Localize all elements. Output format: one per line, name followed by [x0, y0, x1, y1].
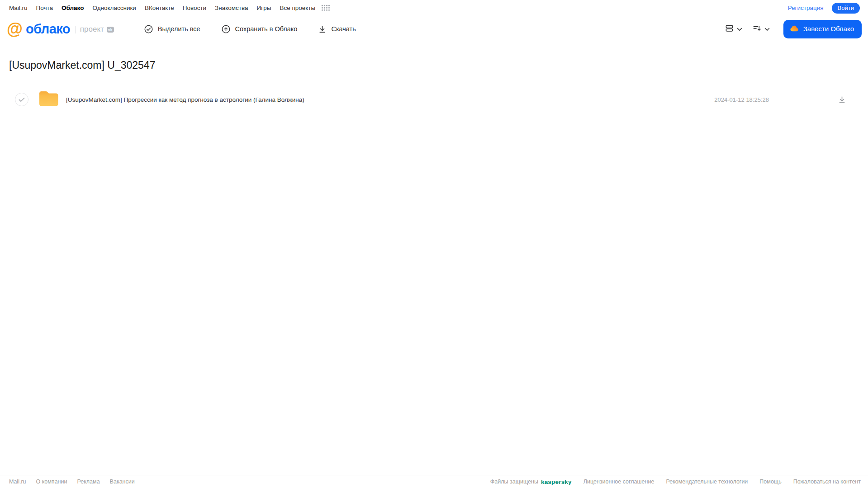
footer-left-links: Mail.ru О компании Реклама Вакансии [9, 479, 135, 485]
shared-folder-content: [UsupovMarket.com] U_302547 [UsupovMarke… [0, 59, 868, 110]
protected-by-label: Файлы защищены [490, 479, 538, 485]
row-download-button[interactable] [838, 95, 846, 104]
portal-nav-links: Mail.ru Почта Облако Одноклассники ВКонт… [9, 5, 330, 11]
row-checkbox[interactable] [15, 93, 28, 106]
cloud-upload-icon [221, 24, 231, 34]
nav-item-znakomstva[interactable]: Знакомства [215, 5, 248, 11]
save-to-cloud-button[interactable]: Сохранить в Облако [221, 24, 298, 34]
page-title: [UsupovMarket.com] U_302547 [9, 59, 859, 71]
logo-divider [76, 26, 76, 33]
apps-grid-icon[interactable] [321, 5, 330, 11]
nav-item-vkontakte[interactable]: ВКонтакте [145, 5, 174, 11]
cloud-logo-text: облако [26, 22, 70, 37]
check-circle-icon [144, 24, 153, 34]
footer: Mail.ru О компании Реклама Вакансии Файл… [0, 475, 868, 488]
kaspersky-logo[interactable]: kaspersky [541, 479, 572, 485]
nav-item-oblako[interactable]: Облако [62, 5, 84, 11]
vk-badge-icon: vk [107, 27, 114, 33]
footer-link-jobs[interactable]: Вакансии [110, 479, 135, 485]
file-row[interactable]: [UsupovMarket.com] Прогрессии как метод … [9, 89, 859, 110]
folder-icon [38, 89, 60, 110]
footer-link-ads[interactable]: Реклама [77, 479, 100, 485]
download-button[interactable]: Скачать [318, 25, 356, 33]
select-all-button[interactable]: Выделить все [144, 24, 200, 34]
auth-area: Регистрация Войти [788, 3, 860, 14]
file-name-link[interactable]: [UsupovMarket.com] Прогрессии как метод … [66, 96, 714, 103]
nav-item-mailru[interactable]: Mail.ru [9, 5, 28, 11]
footer-right-links: Файлы защищены kaspersky Лицензионное со… [490, 479, 861, 485]
list-view-icon [725, 24, 734, 35]
nav-item-novosti[interactable]: Новости [183, 5, 206, 11]
registration-link[interactable]: Регистрация [788, 5, 824, 11]
mailru-at-icon: @ [7, 22, 23, 36]
get-cloud-label: Завести Облако [803, 25, 854, 32]
project-label: проект [80, 25, 104, 34]
sort-icon [752, 24, 762, 35]
footer-link-about[interactable]: О компании [36, 479, 67, 485]
cloud-header: @ облако проект vk Выделить все [0, 15, 868, 43]
download-label: Скачать [331, 25, 356, 33]
select-all-label: Выделить все [158, 25, 200, 33]
kaspersky-protection: Файлы защищены kaspersky [490, 479, 572, 485]
nav-item-pochta[interactable]: Почта [36, 5, 53, 11]
portal-nav-bar: Mail.ru Почта Облако Одноклассники ВКонт… [0, 0, 868, 15]
download-icon [318, 25, 327, 33]
nav-item-all-projects[interactable]: Все проекты [280, 5, 315, 11]
footer-link-license[interactable]: Лицензионное соглашение [583, 479, 655, 485]
chevron-down-icon [737, 25, 742, 33]
chevron-down-icon [764, 25, 770, 33]
cloud-logo[interactable]: @ облако проект vk [7, 22, 114, 37]
footer-link-recommendations[interactable]: Рекомендательные технологии [666, 479, 748, 485]
footer-link-mailru[interactable]: Mail.ru [9, 479, 26, 485]
sort-dropdown[interactable] [752, 24, 770, 35]
nav-item-odnoklassniki[interactable]: Одноклассники [92, 5, 136, 11]
file-toolbar: Выделить все Сохранить в Облако Скачат [144, 24, 356, 34]
footer-link-report[interactable]: Пожаловаться на контент [793, 479, 861, 485]
footer-link-help[interactable]: Помощь [759, 479, 781, 485]
save-to-cloud-label: Сохранить в Облако [235, 25, 298, 33]
nav-item-igry[interactable]: Игры [257, 5, 271, 11]
cloud-icon [789, 24, 799, 33]
get-cloud-button[interactable]: Завести Облако [783, 20, 862, 38]
view-mode-dropdown[interactable] [725, 24, 742, 35]
login-button[interactable]: Войти [832, 3, 860, 14]
file-date: 2024-01-12 18:25:28 [714, 96, 769, 103]
header-right-controls: Завести Облако [725, 20, 862, 38]
